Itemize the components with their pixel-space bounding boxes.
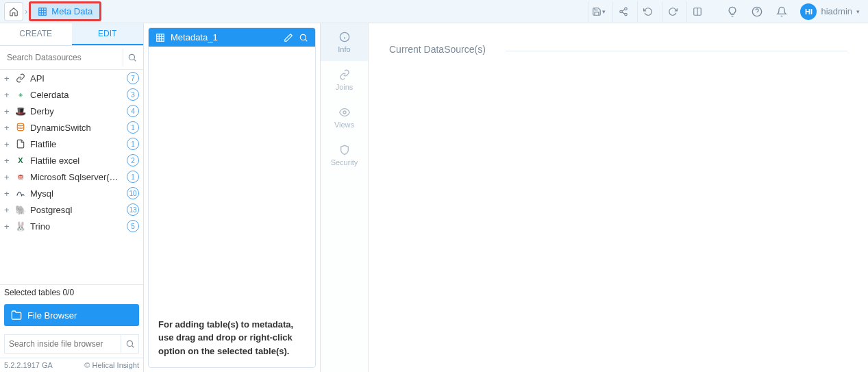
datasource-item[interactable]: + Mysql 10 [0, 185, 143, 201]
hat-icon: 🎩 [15, 106, 26, 116]
user-menu[interactable]: HI hiadmin ▾ [796, 3, 864, 20]
svg-line-18 [132, 346, 134, 348]
metadata-panel: Metadata_1 For adding table(s) to metada… [144, 23, 321, 372]
svg-point-14 [129, 54, 134, 60]
expand-icon[interactable]: + [4, 188, 11, 199]
content-area: Current DataSource(s) [369, 23, 868, 372]
search-icon[interactable] [299, 33, 308, 42]
datasource-item[interactable]: + 🐰 Trino 5 [0, 218, 143, 234]
svg-point-17 [127, 340, 132, 346]
ds-label: Celerdata [30, 90, 123, 100]
svg-point-5 [625, 8, 628, 10]
expand-icon[interactable]: + [4, 139, 11, 149]
search-datasources-button[interactable] [123, 49, 140, 66]
redo-button[interactable] [662, 1, 682, 22]
ds-count: 10 [127, 187, 139, 199]
strip-label: Views [334, 121, 354, 129]
svg-line-15 [134, 60, 136, 62]
panel-button[interactable] [686, 1, 707, 22]
filebrowser-search-button[interactable] [121, 335, 138, 353]
link-icon [339, 69, 350, 80]
ds-count: 2 [127, 154, 139, 166]
expand-icon[interactable]: + [4, 221, 11, 232]
idea-button[interactable] [722, 1, 743, 22]
save-icon [592, 7, 602, 16]
undo-button[interactable] [637, 1, 658, 22]
expand-icon[interactable]: + [4, 106, 11, 116]
svg-line-9 [622, 9, 625, 10]
datasource-item[interactable]: + ⛃ Microsoft Sqlserver(so.. 1 [0, 169, 143, 185]
datasource-item[interactable]: + DynamicSwitch 1 [0, 119, 143, 136]
datasource-item[interactable]: + 🐘 Postgresql 13 [0, 201, 143, 218]
ds-label: Flatfile excel [30, 156, 123, 166]
edit-icon[interactable] [284, 33, 293, 42]
svg-rect-19 [157, 34, 164, 41]
eye-icon [339, 107, 350, 118]
svg-rect-0 [39, 8, 47, 15]
home-icon [9, 7, 18, 16]
file-icon [15, 138, 26, 149]
current-datasources-section: Current DataSource(s) [389, 51, 847, 51]
mssql-icon: ⛃ [15, 171, 26, 182]
svg-point-7 [625, 13, 628, 16]
ds-count: 1 [127, 138, 139, 150]
ds-count: 1 [127, 121, 139, 134]
ds-count: 4 [127, 105, 139, 117]
expand-icon[interactable]: + [4, 123, 11, 133]
strip-label: Joins [336, 83, 354, 91]
breadcrumb-chevron: › [25, 6, 27, 16]
strip-item-security[interactable]: Security [321, 136, 368, 174]
side-strip: Info Joins Views Security [321, 23, 369, 372]
search-datasources-input[interactable] [3, 49, 123, 66]
ds-count: 1 [127, 171, 139, 183]
datasource-item[interactable]: + ◈ Celerdata 3 [0, 86, 143, 103]
tab-create[interactable]: CREATE [0, 23, 72, 45]
strip-label: Security [331, 158, 358, 166]
file-browser-button[interactable]: File Browser [4, 304, 139, 326]
expand-icon[interactable]: + [4, 73, 11, 84]
metadata-tab-label: Meta Data [51, 6, 92, 16]
svg-point-29 [343, 111, 346, 114]
datasource-item[interactable]: + API 7 [0, 70, 143, 86]
datasource-item[interactable]: + X Flatfile excel 2 [0, 152, 143, 169]
metadata-tab[interactable]: Meta Data [29, 1, 101, 21]
undo-icon [643, 7, 653, 16]
home-button[interactable] [4, 2, 23, 21]
expand-icon[interactable]: + [4, 156, 11, 166]
expand-icon[interactable]: + [4, 205, 11, 215]
grid-icon [156, 33, 165, 42]
user-name: hiadmin [821, 6, 852, 16]
strip-item-info[interactable]: Info [321, 23, 368, 61]
datasource-list: + API 7 + ◈ Celerdata 3 + 🎩 Derby 4 + Dy… [0, 70, 143, 284]
search-icon [127, 53, 137, 62]
metadata-title: Metadata_1 [171, 32, 278, 42]
filebrowser-search-input[interactable] [5, 335, 121, 353]
share-button[interactable] [612, 1, 633, 22]
ds-label: Flatfile [30, 139, 123, 149]
lightbulb-icon [727, 6, 738, 17]
expand-icon[interactable]: + [4, 90, 11, 100]
topbar-right-icons: ▾ HI hiadmin ▾ [588, 1, 864, 22]
strip-item-joins[interactable]: Joins [321, 61, 368, 99]
svg-line-8 [622, 12, 625, 13]
copyright-text: © Helical Insight [84, 361, 139, 369]
excel-icon: X [15, 155, 26, 166]
trino-icon: 🐰 [15, 221, 26, 232]
file-browser-label: File Browser [27, 310, 77, 321]
strip-item-views[interactable]: Views [321, 99, 368, 136]
database-icon [15, 122, 26, 133]
current-datasources-label: Current DataSource(s) [389, 44, 493, 55]
datasource-item[interactable]: + Flatfile 1 [0, 136, 143, 152]
metadata-dropzone[interactable]: For adding table(s) to metadata, use dra… [149, 47, 315, 367]
datasource-item[interactable]: + 🎩 Derby 4 [0, 103, 143, 119]
panel-icon [693, 7, 702, 16]
svg-point-16 [17, 123, 23, 126]
ds-label: Microsoft Sqlserver(so.. [30, 172, 123, 182]
expand-icon[interactable]: + [4, 172, 11, 182]
search-icon [125, 339, 135, 349]
notifications-button[interactable] [771, 1, 792, 22]
tab-edit[interactable]: EDIT [72, 23, 144, 45]
help-button[interactable] [747, 1, 767, 22]
version-text: 5.2.2.1917 GA [4, 361, 53, 369]
save-dropdown-button[interactable]: ▾ [588, 1, 608, 22]
